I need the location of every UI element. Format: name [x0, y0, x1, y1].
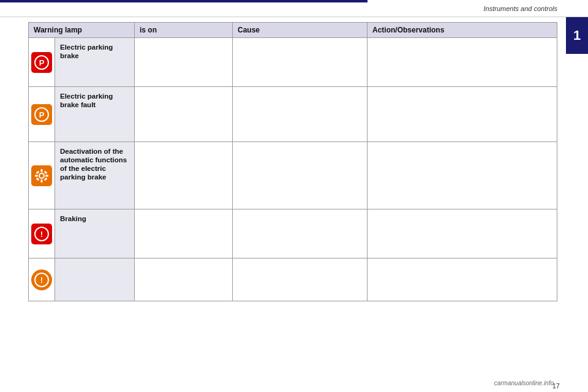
ison-cell [135, 142, 233, 209]
svg-rect-11 [44, 170, 48, 174]
svg-rect-9 [45, 175, 48, 176]
chapter-number: 1 [573, 28, 581, 43]
watermark-text: carmanualsonline.info [494, 380, 554, 386]
cause-cell [233, 258, 368, 301]
cause-cell [233, 209, 368, 258]
action-cell [368, 142, 557, 209]
page-number-text: 17 [552, 382, 560, 390]
ison-cell [135, 258, 233, 301]
ison-cell [135, 38, 233, 87]
gear-svg [34, 168, 50, 184]
main-table-container: Warning lamp is on Cause Action/Observat… [28, 22, 557, 380]
label-cell: Electric parking brake fault [55, 87, 135, 142]
table-row: P Electric parking brake [29, 38, 557, 87]
table-row: ! Braking [29, 209, 557, 258]
action-cell [368, 87, 557, 142]
table-row: Deactivation of the automatic functions … [29, 142, 557, 209]
svg-rect-8 [35, 175, 38, 176]
epb-svg: P [34, 55, 50, 70]
table-row: ! [29, 258, 557, 301]
chapter-tab: 1 [566, 17, 588, 54]
svg-rect-6 [41, 169, 43, 172]
svg-rect-13 [44, 177, 48, 181]
cause-cell [233, 87, 368, 142]
svg-rect-12 [36, 177, 40, 181]
red-epb-icon: P [31, 52, 52, 73]
orange-gear-icon [31, 165, 52, 186]
svg-rect-7 [41, 179, 43, 183]
action-cell [368, 38, 557, 87]
orange-circle-icon: ! [31, 270, 52, 290]
lamp-icon-cell: P [29, 38, 55, 87]
row-label: Electric parking brake fault [60, 92, 113, 108]
watermark: carmanualsonline.info [494, 379, 554, 387]
lamp-icon-cell [29, 142, 55, 209]
row-label: Braking [60, 215, 86, 222]
svg-text:P: P [39, 58, 45, 67]
epbf-svg: P [34, 107, 50, 123]
col-action: Action/Observations [368, 23, 557, 38]
col-cause: Cause [233, 23, 368, 38]
action-cell [368, 209, 557, 258]
svg-text:!: ! [40, 230, 43, 239]
cause-cell [233, 142, 368, 209]
action-cell [368, 258, 557, 301]
row-label: Deactivation of the automatic functions … [60, 148, 127, 181]
top-bar: Instruments and controls [0, 0, 588, 17]
row-label: Electric parking brake [60, 43, 113, 59]
ison-cell [135, 87, 233, 142]
svg-point-5 [40, 174, 43, 178]
orange-epbf-icon: P [31, 104, 52, 125]
label-cell: Deactivation of the automatic functions … [55, 142, 135, 209]
col-is-on: is on [135, 23, 233, 38]
table-row: P Electric parking brake fault [29, 87, 557, 142]
braking-svg: ! [34, 226, 50, 242]
lamp-icon-cell: ! [29, 258, 55, 301]
svg-text:!: ! [40, 276, 43, 285]
cause-cell [233, 38, 368, 87]
label-cell [55, 258, 135, 301]
page-number: 17 [552, 382, 560, 390]
label-cell: Electric parking brake [55, 38, 135, 87]
orange-svg: ! [34, 272, 50, 288]
warning-lamp-table: Warning lamp is on Cause Action/Observat… [28, 22, 557, 301]
lamp-icon-cell: ! [29, 209, 55, 258]
svg-text:P: P [39, 110, 45, 119]
svg-rect-10 [36, 170, 40, 174]
section-title: Instruments and controls [484, 5, 557, 12]
lamp-icon-cell: P [29, 87, 55, 142]
label-cell: Braking [55, 209, 135, 258]
col-warning-lamp: Warning lamp [29, 23, 135, 38]
ison-cell [135, 209, 233, 258]
red-braking-icon: ! [31, 224, 52, 244]
